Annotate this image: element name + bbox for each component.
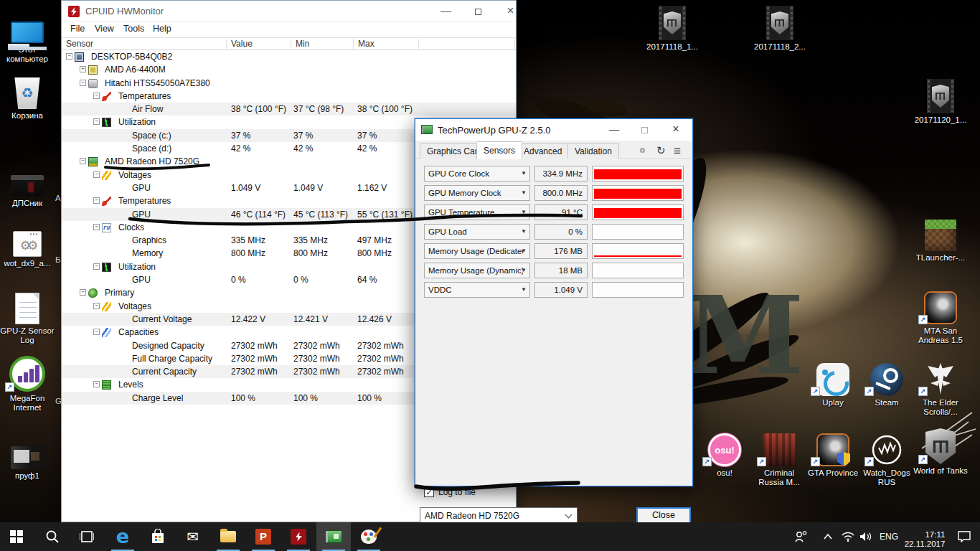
desktop-icon-megafon-internet[interactable]: MegaFon Internet: [0, 354, 55, 413]
desktop-icon-criminal-russia[interactable]: Criminal Russia M...: [752, 429, 806, 487]
desktop-icon-watch-dogs[interactable]: Watch_Dogs RUS: [859, 429, 914, 487]
tree-expander[interactable]: −: [93, 329, 100, 335]
column-empty: [419, 39, 515, 50]
sensor-select-dropdown[interactable]: VDDC ▼: [424, 282, 530, 298]
sensor-select-dropdown[interactable]: Memory Usage (Dynamic) ▼: [424, 263, 530, 278]
tab-sensors[interactable]: Sensors: [476, 141, 522, 159]
desktop-icon-gpuz-sensor-log[interactable]: GPU-Z Sensor Log: [0, 287, 55, 345]
desktop-icon-uplay[interactable]: Uplay: [806, 359, 860, 408]
sensor-graph-bar: [594, 208, 682, 218]
desktop-icon-pruf1[interactable]: пруф1: [0, 432, 55, 481]
close-button[interactable]: ×: [662, 119, 689, 141]
task-view-button[interactable]: [70, 522, 103, 551]
menu-icon[interactable]: ≡: [674, 144, 681, 159]
language-indicator[interactable]: ENG: [877, 522, 901, 551]
sensor-tree-row[interactable]: − Hitachi HTS545050A7E380: [62, 77, 516, 90]
desktop-icon-world-of-tanks[interactable]: Ш World of Tanks: [913, 427, 968, 476]
taskbar-store-button[interactable]: [141, 522, 175, 551]
gpuz-titlebar[interactable]: TechPowerUp GPU-Z 2.5.0 — ×: [415, 119, 692, 141]
column-max[interactable]: Max: [354, 39, 419, 50]
close-dialog-button[interactable]: Close: [636, 507, 691, 524]
desktop-icon-mta[interactable]: MTA San Andreas 1.5: [913, 287, 968, 345]
sensor-select-dropdown[interactable]: GPU Temperature ▼: [424, 204, 530, 220]
sensor-max: 100 %: [357, 393, 382, 403]
tray-overflow-chevron[interactable]: [818, 522, 838, 551]
sensor-tree-row[interactable]: − DESKTOP-5B4Q0B2: [62, 50, 516, 63]
menu-help[interactable]: Help: [153, 24, 171, 34]
speaker-icon: [859, 531, 872, 542]
desktop-icon-replay-20171118-1[interactable]: Ш 20171118_1...: [645, 3, 699, 52]
window-title: CPUID HWMonitor: [85, 6, 164, 17]
desktop-icon-dpsnik[interactable]: ДПСник: [0, 159, 55, 208]
tree-item-icon: [88, 79, 98, 88]
sensor-select-dropdown[interactable]: GPU Memory Clock ▼: [424, 185, 530, 201]
desktop-icon-replay-20171120-1[interactable]: Ш 20171120_1...: [913, 76, 968, 125]
desktop-icon-recycle-bin[interactable]: Корзина: [0, 72, 55, 121]
tree-expander[interactable]: −: [93, 224, 100, 230]
tab-advanced[interactable]: Advanced: [517, 143, 569, 159]
sensor-max: 1.162 V: [357, 183, 387, 193]
tree-expander[interactable]: −: [80, 158, 86, 164]
tree-expander[interactable]: −: [93, 303, 100, 309]
tree-expander[interactable]: +: [80, 66, 86, 72]
sensor-name: Levels: [118, 380, 143, 390]
tree-expander[interactable]: −: [93, 118, 100, 125]
desktop-icon-elder-scrolls[interactable]: The Elder Scrolls/...: [913, 359, 968, 417]
desktop-icon-wot-dx9[interactable]: wot_dx9_a...: [0, 220, 55, 268]
tree-expander[interactable]: −: [93, 171, 100, 178]
refresh-icon[interactable]: ↻: [656, 144, 666, 157]
sensor-select-dropdown[interactable]: GPU Load ▼: [424, 224, 530, 240]
device-selector-dropdown[interactable]: AMD Radeon HD 7520G: [420, 507, 578, 523]
taskbar-hwmonitor-button[interactable]: [281, 522, 316, 551]
tree-expander[interactable]: −: [80, 80, 86, 86]
tree-expander[interactable]: −: [93, 93, 100, 99]
sensor-select-dropdown[interactable]: GPU Core Clock ▼: [424, 166, 530, 182]
people-tray-button[interactable]: [789, 522, 814, 551]
sensor-name: Capacities: [118, 327, 159, 337]
sensor-tree-row[interactable]: + AMD A6-4400M: [62, 63, 516, 76]
maximize-button[interactable]: [462, 1, 494, 22]
sensor-max: 497 MHz: [357, 235, 392, 245]
desktop-icon-gta-province[interactable]: GTA Province: [806, 429, 860, 478]
tree-expander[interactable]: −: [93, 263, 100, 270]
menu-tools[interactable]: Tools: [123, 24, 144, 34]
tree-expander[interactable]: −: [93, 197, 100, 204]
volume-tray-button[interactable]: [855, 522, 877, 551]
desktop-icon-this-pc[interactable]: Этот компьютер: [0, 6, 55, 64]
tree-expander[interactable]: −: [80, 289, 86, 296]
search-button[interactable]: [36, 522, 69, 551]
column-headers: Sensor Value Min Max: [62, 37, 516, 50]
maximize-button[interactable]: [631, 119, 658, 141]
desktop-icon-tlauncher[interactable]: TLauncher-...: [913, 214, 968, 263]
minimize-button[interactable]: —: [430, 1, 462, 22]
menu-view[interactable]: View: [95, 24, 114, 34]
hwmonitor-titlebar[interactable]: CPUID HWMonitor — ×: [62, 1, 516, 22]
menu-file[interactable]: File: [70, 24, 85, 34]
sensor-tree-row[interactable]: − Temperatures: [62, 90, 516, 103]
column-sensor[interactable]: Sensor: [62, 39, 227, 50]
tree-expander[interactable]: −: [66, 53, 72, 60]
sensor-select-dropdown[interactable]: Memory Usage (Dedicated) ▼: [424, 243, 530, 259]
taskbar-paint-button[interactable]: [352, 522, 386, 551]
sensor-tree-row[interactable]: Air Flow 38 °C (100 °F) 37 °C (98 °F) 38…: [62, 103, 516, 116]
taskbar-powerpoint-button[interactable]: P: [246, 522, 281, 551]
sensor-graph: [592, 166, 684, 182]
desktop-icon-osu[interactable]: osu! osu!: [697, 429, 752, 478]
taskbar-edge-button[interactable]: e: [105, 522, 140, 551]
close-button[interactable]: ×: [494, 1, 527, 22]
taskbar-mail-button[interactable]: ✉: [176, 522, 210, 551]
action-center-button[interactable]: [951, 522, 977, 551]
tree-expander[interactable]: −: [93, 381, 100, 387]
clock-tray[interactable]: 17:11 22.11.2017: [901, 522, 948, 551]
icon-label: Uplay: [806, 398, 860, 408]
taskbar-explorer-button[interactable]: [211, 522, 245, 551]
column-min[interactable]: Min: [291, 39, 354, 50]
column-value[interactable]: Value: [227, 39, 291, 50]
desktop-icon-replay-20171118-2[interactable]: Ш 20171118_2...: [753, 3, 807, 52]
log-to-file-checkbox[interactable]: ✓: [424, 487, 434, 497]
tab-validation[interactable]: Validation: [567, 143, 619, 159]
desktop-icon-steam[interactable]: Steam: [859, 359, 914, 408]
taskbar-gpuz-button[interactable]: [316, 522, 351, 551]
minimize-button[interactable]: —: [600, 119, 628, 141]
start-button[interactable]: [0, 522, 33, 551]
